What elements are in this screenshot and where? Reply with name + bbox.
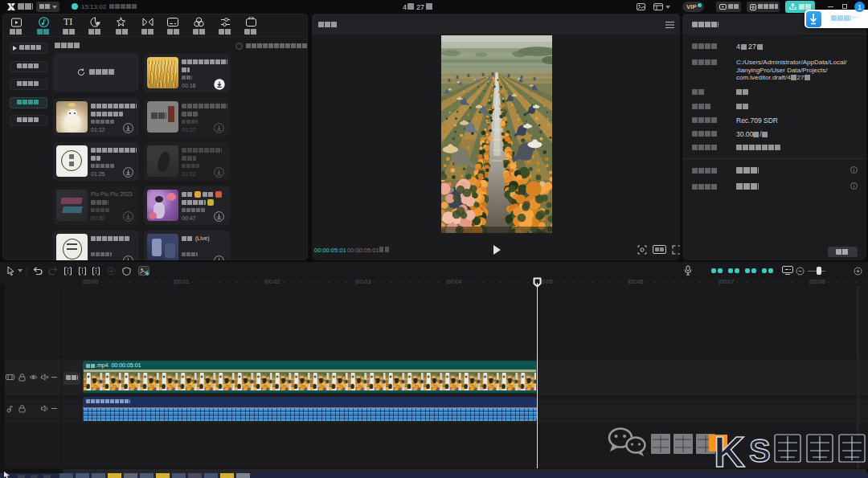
svg-text:S: S bbox=[749, 433, 771, 468]
svg-text:K: K bbox=[714, 427, 745, 472]
